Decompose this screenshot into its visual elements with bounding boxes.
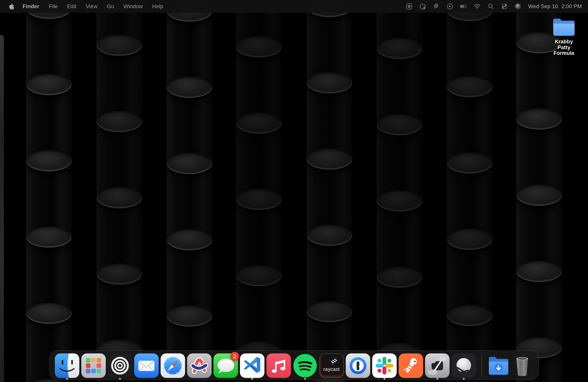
concentric-rings-icon bbox=[108, 353, 132, 378]
dock-item-linear[interactable] bbox=[452, 353, 476, 380]
dock-item-downloads-folder[interactable] bbox=[488, 353, 509, 380]
dock-divider bbox=[482, 354, 482, 377]
1password-icon bbox=[346, 353, 370, 378]
wallpaper-cylinder-column bbox=[26, 0, 72, 382]
running-indicator bbox=[66, 378, 68, 380]
wallpaper-cylinder-column bbox=[447, 0, 493, 382]
menu-bar-left: Finder File Edit View Go Window Help bbox=[0, 0, 168, 13]
dock-item-slack[interactable] bbox=[372, 353, 397, 380]
dock: 2 bbox=[49, 350, 539, 380]
dock-item-apple-music[interactable] bbox=[266, 353, 291, 380]
spotlight-search-icon[interactable] bbox=[487, 3, 494, 10]
arc-browser-icon bbox=[187, 353, 211, 378]
desktop-screen: Finder File Edit View Go Window Help bbox=[0, 0, 588, 382]
striped-flag-icon[interactable] bbox=[433, 3, 440, 10]
wallpaper-edge-cylinder bbox=[0, 35, 4, 382]
wallpaper-cylinder-column bbox=[96, 0, 142, 382]
spotify-icon bbox=[293, 353, 317, 378]
dock-item-raycast[interactable]: raycast bbox=[319, 353, 344, 380]
menu-bar-date: Wed Sep 10 bbox=[528, 3, 558, 10]
menu-file[interactable]: File bbox=[44, 0, 63, 13]
apple-music-icon bbox=[266, 353, 291, 378]
menu-help[interactable]: Help bbox=[147, 0, 168, 13]
running-indicator bbox=[304, 378, 306, 380]
dock-item-finder[interactable] bbox=[55, 353, 79, 380]
trash-icon bbox=[511, 353, 533, 378]
dock-item-arc-browser[interactable] bbox=[187, 353, 211, 380]
wallpaper-cylinder-column bbox=[516, 0, 562, 382]
battery-charging-icon[interactable] bbox=[460, 3, 467, 10]
menu-finder[interactable]: Finder bbox=[18, 0, 44, 13]
folder-icon bbox=[552, 17, 576, 37]
dock-item-1password[interactable] bbox=[346, 353, 370, 380]
menu-edit[interactable]: Edit bbox=[63, 0, 81, 13]
menu-go[interactable]: Go bbox=[102, 0, 119, 13]
dock-item-concentric-rings-app[interactable] bbox=[108, 353, 132, 380]
control-center-icon[interactable] bbox=[501, 3, 508, 10]
lock-circle-icon[interactable] bbox=[419, 3, 426, 10]
wallpaper-cylinder-column bbox=[236, 0, 282, 382]
raycast-glitch-mark bbox=[331, 358, 338, 364]
dock-item-postman[interactable] bbox=[399, 353, 423, 380]
dock-item-vscode[interactable] bbox=[240, 353, 264, 380]
wallpaper bbox=[0, 0, 588, 382]
running-indicator bbox=[437, 378, 438, 380]
now-playing-icon[interactable] bbox=[446, 3, 453, 10]
desktop-folder-label: Krabby Patty Formula bbox=[548, 39, 580, 56]
running-indicator bbox=[252, 378, 253, 380]
downloads-folder-icon bbox=[488, 353, 509, 378]
menu-bar-clock[interactable]: Wed Sep 10 2:00 PM bbox=[528, 3, 582, 10]
dock-item-mail[interactable] bbox=[134, 353, 159, 380]
mail-icon bbox=[134, 353, 159, 378]
dock-item-launchpad[interactable] bbox=[81, 353, 106, 380]
finder-icon bbox=[55, 353, 79, 378]
raycast-icon-text: raycast bbox=[323, 366, 340, 372]
menu-view[interactable]: View bbox=[81, 0, 102, 13]
slack-icon bbox=[372, 353, 397, 378]
safari-icon bbox=[161, 353, 185, 378]
starburst-icon[interactable] bbox=[406, 3, 413, 10]
raycast-icon: raycast bbox=[319, 353, 344, 378]
running-indicator bbox=[119, 378, 121, 380]
running-indicator bbox=[384, 378, 385, 380]
postman-icon bbox=[399, 353, 423, 378]
menu-window[interactable]: Window bbox=[119, 0, 147, 13]
dock-item-safari[interactable] bbox=[161, 353, 185, 380]
messages-badge: 2 bbox=[230, 352, 239, 361]
linear-icon bbox=[452, 353, 476, 378]
wifi-icon[interactable] bbox=[474, 3, 481, 10]
desktop-folder-krabby-patty[interactable]: Krabby Patty Formula bbox=[548, 17, 580, 56]
siri-icon[interactable] bbox=[514, 3, 522, 10]
menu-bar: Finder File Edit View Go Window Help bbox=[0, 0, 588, 13]
dark-glyph-icon bbox=[425, 353, 450, 378]
wallpaper-cylinder-column bbox=[167, 0, 212, 382]
dock-item-messages[interactable]: 2 bbox=[213, 353, 238, 380]
dock-item-spotify[interactable] bbox=[293, 353, 317, 380]
vscode-icon bbox=[240, 353, 264, 378]
menu-bar-time: 2:00 PM bbox=[562, 3, 582, 10]
wallpaper-cylinder-column bbox=[377, 0, 422, 382]
running-indicator bbox=[463, 378, 465, 380]
launchpad-icon bbox=[81, 353, 106, 378]
menu-bar-status: Wed Sep 10 2:00 PM bbox=[406, 3, 588, 10]
dock-item-trash[interactable] bbox=[511, 353, 533, 380]
apple-menu-icon[interactable] bbox=[7, 3, 18, 10]
wallpaper-cylinder-column bbox=[307, 0, 352, 382]
dock-item-dark-glyph-app[interactable] bbox=[425, 353, 450, 380]
